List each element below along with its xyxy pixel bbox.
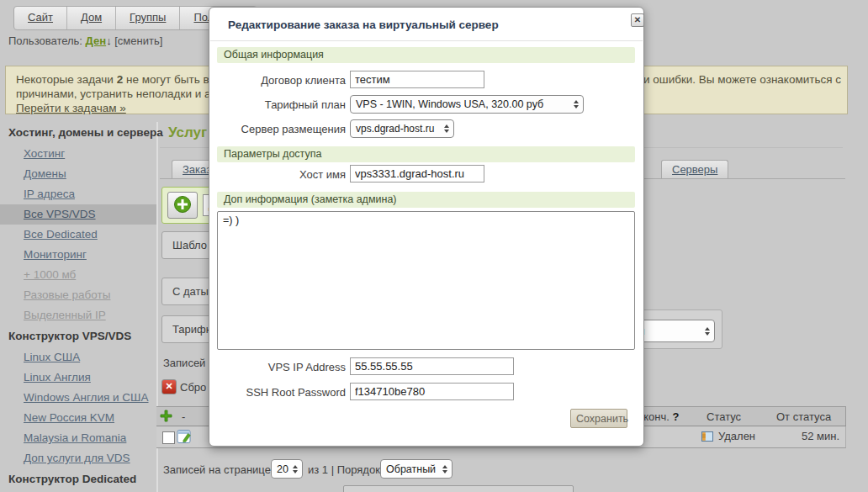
sidebar-item-linux-usa[interactable]: Linux США	[0, 347, 156, 368]
sidebar-item-ip-addresses[interactable]: IP адреса	[0, 184, 156, 204]
pagination-order-label: из 1 | Порядок:	[308, 463, 383, 476]
tariff-plan-select[interactable]: VPS - 1WIN, Windows USA, 320.00 руб	[350, 95, 584, 114]
tariff-plan-label: Тарифный план	[216, 98, 346, 111]
add-circle-icon	[173, 195, 192, 216]
status-icon	[701, 431, 713, 445]
edit-vps-order-dialog: Редактирование заказа на виртуальный сер…	[209, 7, 644, 447]
column-dash: -	[182, 410, 185, 423]
column-status[interactable]: Статус	[707, 410, 741, 423]
hostname-input[interactable]	[350, 165, 484, 183]
nav-tab-groups[interactable]: Группы	[116, 7, 180, 29]
contract-input[interactable]	[350, 71, 484, 88]
ssh-password-input[interactable]	[350, 383, 514, 400]
contract-label: Договор клиента	[216, 74, 346, 87]
placement-server-select[interactable]: vps.dgrad-host.ru	[350, 119, 454, 138]
user-bar: Пользователь: Ден↓ [сменить]	[8, 34, 162, 47]
sidebar-item-vds-extra-services[interactable]: Доп услуги для VDS	[0, 448, 156, 468]
help-icon[interactable]: ?	[672, 410, 679, 423]
sidebar-item-linux-england[interactable]: Linux Англия	[0, 368, 156, 388]
nav-tab-home[interactable]: Дом	[67, 7, 116, 29]
sidebar-item-monitoring[interactable]: Мониторинг	[0, 245, 156, 265]
dialog-title: Редактирование заказа на виртуальный сер…	[228, 19, 499, 31]
stepper-icon	[705, 327, 710, 336]
stepper-icon	[574, 100, 579, 108]
column-from-status[interactable]: От статуса	[776, 410, 831, 423]
reset-filters-icon[interactable]: ✕	[161, 379, 177, 394]
ssh-password-label: SSH Root Password	[216, 386, 346, 399]
page-title: Услуг	[168, 124, 207, 141]
title-separator	[210, 40, 643, 41]
add-order-button[interactable]	[167, 192, 198, 219]
sidebar: Хостинг, домены и сервера Хостинг Домены…	[0, 122, 156, 490]
admin-note-textarea[interactable]: =) )	[217, 211, 635, 350]
sidebar-item-all-dedicated[interactable]: Все Dedicated	[0, 225, 156, 245]
sidebar-item-one-time-jobs[interactable]: Разовые работы	[0, 285, 156, 305]
records-per-page-select[interactable]: 20	[271, 459, 303, 479]
nav-tab-site[interactable]: Сайт	[14, 7, 67, 29]
vps-ip-label: VPS IP Address	[216, 361, 346, 373]
vps-ip-input[interactable]	[350, 357, 514, 375]
placement-server-label: Сервер размещения	[216, 123, 346, 135]
warning-line-1-right: и ошибки. Вы можете ознакомиться с	[643, 72, 841, 87]
reset-filters-label[interactable]: Сбро	[180, 381, 206, 394]
row-from-status-value: 52 мин.	[802, 430, 839, 442]
add-row-icon[interactable]	[160, 410, 172, 425]
close-icon[interactable]: ✕	[631, 13, 644, 27]
section-access-params: Параметры доступа	[217, 146, 635, 162]
sidebar-item-new-russia-kvm[interactable]: New Россия KVM	[0, 408, 156, 428]
bottom-partial-panel	[343, 485, 574, 492]
sidebar-section-hosting: Хостинг, домены и сервера	[0, 122, 156, 144]
row-status-value: Удален	[718, 430, 755, 442]
records-label: Записей	[163, 357, 205, 369]
sidebar-item-1000mb[interactable]: + 1000 мб	[0, 265, 156, 285]
sidebar-item-malaysia-romania[interactable]: Malaysia и Romania	[0, 428, 156, 448]
stepper-icon	[293, 465, 298, 473]
user-dropdown-arrow-icon[interactable]: ↓	[106, 34, 112, 47]
change-user-link[interactable]: [сменить]	[114, 34, 162, 47]
sidebar-section-dedicated-constructor: Конструктор Dedicated	[0, 468, 156, 490]
save-button[interactable]: Сохранить	[570, 409, 627, 428]
sidebar-item-domains[interactable]: Домены	[0, 164, 156, 184]
sidebar-section-vps-constructor: Конструктор VPS/VDS	[0, 325, 156, 347]
tab-servers[interactable]: Серверы	[661, 160, 728, 178]
user-bar-label: Пользователь:	[8, 34, 82, 47]
stepper-icon	[442, 465, 447, 473]
order-select[interactable]: Обратный	[380, 459, 453, 479]
sidebar-item-hosting[interactable]: Хостинг	[0, 144, 156, 164]
section-admin-note: Доп информация (заметка админа)	[217, 192, 635, 208]
sidebar-item-windows-england-usa[interactable]: Windows Англия и США	[0, 388, 156, 408]
hostname-label: Хост имя	[216, 168, 346, 181]
user-name-link[interactable]: Ден	[86, 34, 107, 47]
section-general-info: Общая информация	[217, 47, 635, 63]
records-per-page-label: Записей на странице:	[163, 463, 274, 476]
sidebar-item-dedicated-ip[interactable]: Выделенный IP	[0, 305, 156, 325]
edit-icon[interactable]	[177, 429, 192, 447]
row-checkbox[interactable]	[162, 431, 175, 444]
stepper-icon	[444, 124, 449, 133]
sidebar-item-all-vps[interactable]: Все VPS/VDS	[0, 204, 156, 225]
